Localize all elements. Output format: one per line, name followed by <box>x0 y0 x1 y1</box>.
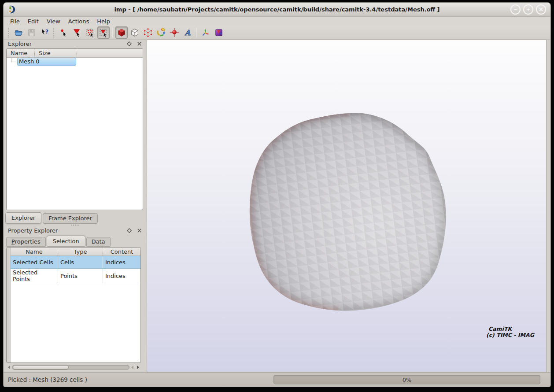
column-content[interactable]: Content <box>103 248 140 255</box>
pick-cell-region-button[interactable] <box>97 26 110 39</box>
color-scale-button[interactable] <box>155 26 167 39</box>
open-button[interactable] <box>12 26 25 39</box>
menu-edit[interactable]: Edit <box>24 18 43 25</box>
wireframe-rendering-button[interactable] <box>129 26 141 39</box>
tree-header: Name Size <box>7 49 143 58</box>
scrollbar-thumb[interactable] <box>13 365 69 370</box>
table-header: Name Type Content <box>11 248 140 256</box>
surface-cube-icon <box>117 28 126 37</box>
explorer-close-button[interactable] <box>137 41 142 47</box>
scroll-left-button[interactable] <box>6 364 12 370</box>
glyph-button[interactable] <box>168 26 181 39</box>
viewer-options-button[interactable] <box>213 26 225 39</box>
cell-name[interactable]: Selected Points <box>11 269 58 283</box>
paint-icon <box>214 28 224 37</box>
scroll-right-button[interactable] <box>135 364 141 370</box>
help-cursor-icon: ? <box>40 28 50 37</box>
maximize-button[interactable]: + <box>523 4 533 15</box>
float-icon <box>127 41 132 46</box>
open-icon <box>14 28 23 37</box>
tab-properties[interactable]: Properties <box>6 237 46 247</box>
minimize-button[interactable]: − <box>510 4 521 15</box>
points-rendering-button[interactable] <box>142 26 154 39</box>
property-float-button[interactable] <box>126 228 132 233</box>
explorer-title: Explorer <box>8 41 32 47</box>
explorer-float-button[interactable] <box>126 41 132 47</box>
camitk-watermark: CamiTK (c) TIMC - IMAG <box>486 326 534 338</box>
column-type[interactable]: Type <box>58 248 103 255</box>
tab-frame-explorer[interactable]: Frame Explorer <box>43 213 98 224</box>
watermark-line2: (c) TIMC - IMAG <box>486 332 534 338</box>
column-name[interactable]: Name <box>11 248 58 255</box>
statusbar: Picked : Mesh (3269 cells ) 0% <box>4 372 550 387</box>
titlebar[interactable]: imp - [ /home/saubatn/Projects/camitk/op… <box>4 3 550 17</box>
tab-selection[interactable]: Selection <box>47 236 85 247</box>
close-icon <box>137 228 142 233</box>
3d-viewport[interactable]: CamiTK (c) TIMC - IMAG <box>147 40 547 372</box>
tree-column-size[interactable]: Size <box>35 49 77 57</box>
menu-actions[interactable]: Actions <box>64 18 93 25</box>
scroll-left-button-2[interactable] <box>129 364 135 370</box>
show-label-button[interactable]: A <box>181 26 194 39</box>
pick-cell-button[interactable] <box>71 26 83 39</box>
tab-explorer[interactable]: Explorer <box>5 212 41 224</box>
property-explorer-dock-titlebar[interactable]: Property Explorer <box>4 226 147 235</box>
color-ring-icon <box>156 28 166 37</box>
menu-file[interactable]: File <box>6 18 24 25</box>
toolbar-separator <box>196 28 197 37</box>
mesh-render <box>147 40 547 373</box>
property-tabbar: Properties Selection Data <box>6 236 111 247</box>
dock-tabbar: Explorer Frame Explorer <box>5 212 99 224</box>
tree-column-name[interactable]: Name <box>7 49 35 57</box>
tab-data[interactable]: Data <box>86 237 111 247</box>
toolbar-handle[interactable] <box>53 28 55 37</box>
explorer-dock-titlebar[interactable]: Explorer <box>4 40 147 48</box>
table-row[interactable]: Selected Points Points Indices <box>11 269 140 283</box>
letter-a-icon: A <box>183 28 192 37</box>
app-window: imp - [ /home/saubatn/Projects/camitk/op… <box>4 3 550 387</box>
left-dock: Explorer Name Size <box>4 40 147 372</box>
cell-picker-icon <box>72 28 82 37</box>
save-button[interactable] <box>26 26 38 39</box>
property-close-button[interactable] <box>137 228 142 233</box>
toolbar-handle[interactable] <box>8 28 10 37</box>
axes-icon <box>201 28 211 37</box>
progress-bar: 0% <box>273 375 540 385</box>
cell-region-picker-icon <box>99 28 108 37</box>
save-icon <box>27 28 37 37</box>
point-region-picker-icon <box>85 28 95 37</box>
cell-content[interactable]: Indices <box>103 269 140 283</box>
tree-item-mesh[interactable]: Mesh 0 <box>7 58 143 66</box>
app-logo-icon <box>7 5 18 15</box>
svg-text:?: ? <box>45 28 48 34</box>
watermark-line1: CamiTK <box>488 326 534 332</box>
cell-type[interactable]: Cells <box>58 256 103 268</box>
toolbar: ? <box>4 26 550 40</box>
sphere-glyph-icon <box>170 28 179 37</box>
close-button[interactable]: ✕ <box>536 4 546 15</box>
cell-content[interactable]: Indices <box>103 256 140 268</box>
wireframe-cube-icon <box>130 28 140 37</box>
pick-point-region-button[interactable] <box>84 26 96 39</box>
pick-point-button[interactable] <box>58 26 70 39</box>
menu-view[interactable]: View <box>43 18 64 25</box>
table-row-header-strip <box>7 248 11 362</box>
tree-branch-line <box>11 58 16 62</box>
toolbar-separator <box>112 28 113 37</box>
surface-rendering-button[interactable] <box>115 26 128 39</box>
selection-table[interactable]: Name Type Content Selected Cells Cells I… <box>6 247 141 363</box>
cell-type[interactable]: Points <box>58 269 103 283</box>
tree-item-label[interactable]: Mesh 0 <box>17 58 76 66</box>
scroll-left-icon <box>131 366 133 369</box>
status-message: Picked : Mesh (3269 cells ) <box>8 376 87 383</box>
scrollbar-track[interactable] <box>12 365 129 370</box>
property-explorer-title: Property Explorer <box>8 227 58 234</box>
table-row[interactable]: Selected Cells Cells Indices <box>11 256 140 269</box>
menu-help[interactable]: Help <box>93 18 114 25</box>
show-axes-button[interactable] <box>199 26 212 39</box>
explorer-tree[interactable]: Name Size Mesh 0 <box>6 48 143 210</box>
horizontal-scrollbar[interactable] <box>6 364 141 370</box>
points-cube-icon <box>143 28 153 37</box>
whats-this-button[interactable]: ? <box>39 26 51 39</box>
cell-name[interactable]: Selected Cells <box>11 256 58 268</box>
